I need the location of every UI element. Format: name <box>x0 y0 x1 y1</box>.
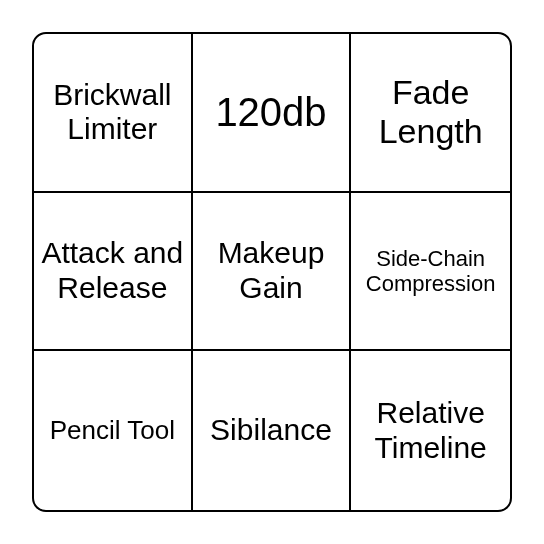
bingo-cell[interactable]: Brickwall Limiter <box>34 34 193 193</box>
bingo-cell[interactable]: Relative Timeline <box>351 351 510 510</box>
bingo-cell[interactable]: Makeup Gain <box>193 193 352 352</box>
bingo-cell[interactable]: 120db <box>193 34 352 193</box>
cell-label: Relative Timeline <box>357 396 504 465</box>
cell-label: Brickwall Limiter <box>40 78 185 147</box>
bingo-cell[interactable]: Attack and Release <box>34 193 193 352</box>
cell-label: Sibilance <box>210 413 332 448</box>
cell-label: Fade Length <box>357 73 504 151</box>
bingo-cell[interactable]: Side-Chain Compression <box>351 193 510 352</box>
bingo-grid: Brickwall Limiter 120db Fade Length Atta… <box>32 32 512 512</box>
cell-label: Pencil Tool <box>50 416 175 446</box>
cell-label: Side-Chain Compression <box>357 246 504 297</box>
cell-label: Makeup Gain <box>199 236 344 305</box>
cell-label: 120db <box>215 89 326 135</box>
bingo-cell[interactable]: Sibilance <box>193 351 352 510</box>
bingo-cell[interactable]: Pencil Tool <box>34 351 193 510</box>
cell-label: Attack and Release <box>40 236 185 305</box>
bingo-cell[interactable]: Fade Length <box>351 34 510 193</box>
